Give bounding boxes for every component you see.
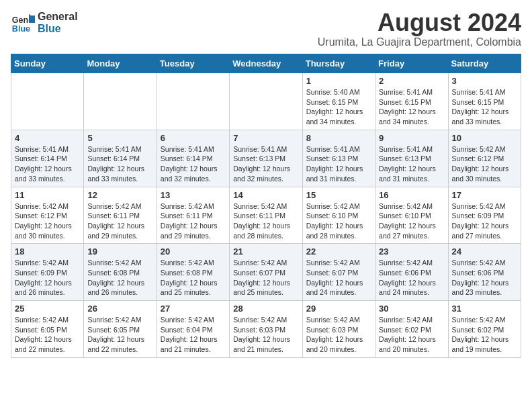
calendar-day-cell: 26Sunrise: 5:42 AM Sunset: 6:05 PM Dayli… (84, 301, 157, 358)
calendar-day-cell: 14Sunrise: 5:42 AM Sunset: 6:11 PM Dayli… (230, 187, 302, 244)
day-number: 15 (306, 190, 371, 200)
day-info: Sunrise: 5:42 AM Sunset: 6:03 PM Dayligh… (306, 315, 371, 355)
day-info: Sunrise: 5:42 AM Sunset: 6:10 PM Dayligh… (379, 201, 444, 241)
day-info: Sunrise: 5:42 AM Sunset: 6:02 PM Dayligh… (452, 315, 517, 355)
calendar-day-cell: 10Sunrise: 5:42 AM Sunset: 6:12 PM Dayli… (448, 130, 521, 187)
day-number: 25 (15, 304, 80, 314)
day-number: 22 (306, 246, 371, 257)
day-info: Sunrise: 5:41 AM Sunset: 6:13 PM Dayligh… (379, 144, 444, 184)
day-info: Sunrise: 5:41 AM Sunset: 6:14 PM Dayligh… (15, 144, 80, 184)
calendar-day-cell: 23Sunrise: 5:42 AM Sunset: 6:06 PM Dayli… (375, 244, 448, 301)
calendar-table: SundayMondayTuesdayWednesdayThursdayFrid… (11, 54, 521, 358)
logo-blue: Blue (38, 23, 78, 35)
day-number: 13 (161, 190, 226, 200)
svg-text:Blue: Blue (12, 24, 30, 34)
day-info: Sunrise: 5:41 AM Sunset: 6:13 PM Dayligh… (306, 144, 371, 184)
calendar-day-cell (84, 73, 157, 130)
day-info: Sunrise: 5:41 AM Sunset: 6:14 PM Dayligh… (87, 144, 152, 184)
calendar-day-cell: 19Sunrise: 5:42 AM Sunset: 6:08 PM Dayli… (84, 244, 157, 301)
day-info: Sunrise: 5:42 AM Sunset: 6:12 PM Dayligh… (452, 144, 517, 184)
calendar-day-cell: 12Sunrise: 5:42 AM Sunset: 6:11 PM Dayli… (84, 187, 157, 244)
calendar-day-cell: 16Sunrise: 5:42 AM Sunset: 6:10 PM Dayli… (375, 187, 448, 244)
day-info: Sunrise: 5:42 AM Sunset: 6:05 PM Dayligh… (15, 315, 80, 355)
day-info: Sunrise: 5:42 AM Sunset: 6:10 PM Dayligh… (306, 201, 371, 241)
calendar-day-cell: 2Sunrise: 5:41 AM Sunset: 6:15 PM Daylig… (375, 73, 448, 130)
day-info: Sunrise: 5:42 AM Sunset: 6:05 PM Dayligh… (87, 315, 152, 355)
calendar-week-row: 25Sunrise: 5:42 AM Sunset: 6:05 PM Dayli… (11, 301, 521, 358)
calendar-day-cell: 29Sunrise: 5:42 AM Sunset: 6:03 PM Dayli… (302, 301, 375, 358)
calendar-day-cell: 6Sunrise: 5:41 AM Sunset: 6:14 PM Daylig… (157, 130, 229, 187)
calendar-day-cell: 20Sunrise: 5:42 AM Sunset: 6:08 PM Dayli… (157, 244, 229, 301)
calendar-day-cell: 7Sunrise: 5:41 AM Sunset: 6:13 PM Daylig… (230, 130, 302, 187)
day-of-week-header: Tuesday (157, 54, 229, 73)
logo-general: General (38, 11, 78, 23)
day-info: Sunrise: 5:42 AM Sunset: 6:09 PM Dayligh… (452, 201, 517, 241)
day-number: 31 (452, 304, 517, 314)
calendar-day-cell: 30Sunrise: 5:42 AM Sunset: 6:02 PM Dayli… (375, 301, 448, 358)
calendar-day-cell: 31Sunrise: 5:42 AM Sunset: 6:02 PM Dayli… (448, 301, 521, 358)
day-number: 18 (15, 246, 80, 257)
calendar-week-row: 1Sunrise: 5:40 AM Sunset: 6:15 PM Daylig… (11, 73, 521, 130)
day-number: 17 (452, 190, 517, 200)
day-number: 10 (452, 133, 517, 143)
calendar-day-cell (230, 73, 302, 130)
day-number: 7 (233, 133, 298, 143)
day-info: Sunrise: 5:41 AM Sunset: 6:13 PM Dayligh… (233, 144, 298, 184)
day-number: 21 (233, 246, 298, 257)
day-number: 27 (161, 304, 226, 314)
day-info: Sunrise: 5:42 AM Sunset: 6:11 PM Dayligh… (233, 201, 298, 241)
title-area: August 2024 Urumita, La Guajira Departme… (318, 11, 521, 48)
logo: General Blue General Blue (11, 11, 78, 35)
logo-icon: General Blue (11, 11, 35, 35)
calendar-week-row: 18Sunrise: 5:42 AM Sunset: 6:09 PM Dayli… (11, 244, 521, 301)
day-info: Sunrise: 5:40 AM Sunset: 6:15 PM Dayligh… (306, 87, 371, 127)
day-info: Sunrise: 5:42 AM Sunset: 6:04 PM Dayligh… (161, 315, 226, 355)
day-info: Sunrise: 5:42 AM Sunset: 6:07 PM Dayligh… (306, 258, 371, 298)
calendar-day-cell: 3Sunrise: 5:41 AM Sunset: 6:15 PM Daylig… (448, 73, 521, 130)
month-year-title: August 2024 (318, 11, 521, 35)
day-number: 8 (306, 133, 371, 143)
day-info: Sunrise: 5:42 AM Sunset: 6:09 PM Dayligh… (15, 258, 80, 298)
calendar-day-cell: 27Sunrise: 5:42 AM Sunset: 6:04 PM Dayli… (157, 301, 229, 358)
calendar-day-cell: 1Sunrise: 5:40 AM Sunset: 6:15 PM Daylig… (302, 73, 375, 130)
day-number: 28 (233, 304, 298, 314)
day-number: 2 (379, 76, 444, 86)
day-info: Sunrise: 5:41 AM Sunset: 6:14 PM Dayligh… (161, 144, 226, 184)
day-of-week-header: Monday (84, 54, 157, 73)
day-info: Sunrise: 5:42 AM Sunset: 6:07 PM Dayligh… (233, 258, 298, 298)
day-number: 23 (379, 246, 444, 257)
calendar-day-cell (11, 73, 84, 130)
day-number: 30 (379, 304, 444, 314)
day-of-week-header: Sunday (11, 54, 84, 73)
calendar-day-cell: 8Sunrise: 5:41 AM Sunset: 6:13 PM Daylig… (302, 130, 375, 187)
day-number: 9 (379, 133, 444, 143)
day-info: Sunrise: 5:42 AM Sunset: 6:08 PM Dayligh… (87, 258, 152, 298)
day-number: 3 (452, 76, 517, 86)
calendar-day-cell: 25Sunrise: 5:42 AM Sunset: 6:05 PM Dayli… (11, 301, 84, 358)
day-number: 26 (87, 304, 152, 314)
day-of-week-header: Thursday (302, 54, 375, 73)
calendar-day-cell: 11Sunrise: 5:42 AM Sunset: 6:12 PM Dayli… (11, 187, 84, 244)
page-header: General Blue General Blue August 2024 Ur… (11, 11, 521, 48)
day-number: 24 (452, 246, 517, 257)
calendar-day-cell: 28Sunrise: 5:42 AM Sunset: 6:03 PM Dayli… (230, 301, 302, 358)
day-number: 14 (233, 190, 298, 200)
day-number: 29 (306, 304, 371, 314)
day-info: Sunrise: 5:42 AM Sunset: 6:11 PM Dayligh… (161, 201, 226, 241)
day-number: 19 (87, 246, 152, 257)
day-number: 1 (306, 76, 371, 86)
day-info: Sunrise: 5:42 AM Sunset: 6:06 PM Dayligh… (452, 258, 517, 298)
calendar-week-row: 4Sunrise: 5:41 AM Sunset: 6:14 PM Daylig… (11, 130, 521, 187)
day-info: Sunrise: 5:42 AM Sunset: 6:12 PM Dayligh… (15, 201, 80, 241)
location-subtitle: Urumita, La Guajira Department, Colombia (318, 36, 521, 48)
day-info: Sunrise: 5:42 AM Sunset: 6:08 PM Dayligh… (161, 258, 226, 298)
calendar-day-cell: 17Sunrise: 5:42 AM Sunset: 6:09 PM Dayli… (448, 187, 521, 244)
day-number: 6 (161, 133, 226, 143)
calendar-day-cell: 5Sunrise: 5:41 AM Sunset: 6:14 PM Daylig… (84, 130, 157, 187)
calendar-day-cell (157, 73, 229, 130)
day-info: Sunrise: 5:42 AM Sunset: 6:02 PM Dayligh… (379, 315, 444, 355)
day-number: 12 (87, 190, 152, 200)
day-info: Sunrise: 5:42 AM Sunset: 6:06 PM Dayligh… (379, 258, 444, 298)
day-info: Sunrise: 5:42 AM Sunset: 6:03 PM Dayligh… (233, 315, 298, 355)
day-info: Sunrise: 5:41 AM Sunset: 6:15 PM Dayligh… (452, 87, 517, 127)
